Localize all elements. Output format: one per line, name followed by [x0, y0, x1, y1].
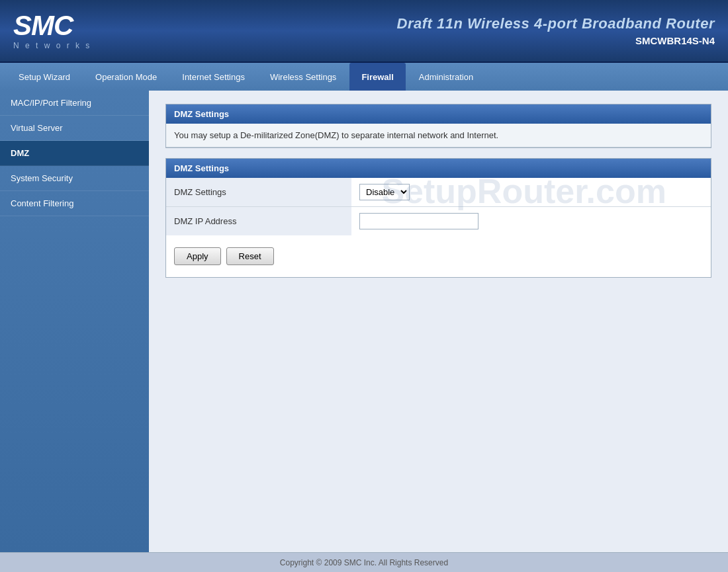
button-row: Apply Reset — [166, 235, 711, 277]
nav-wireless-settings[interactable]: Wireless Settings — [258, 63, 348, 91]
content-wrapper: SetupRouter.com DMZ Settings You may set… — [165, 104, 711, 278]
footer-text: Copyright © 2009 SMC Inc. All Rights Res… — [280, 558, 448, 567]
table-row-dmz-settings: DMZ Settings Disable Enable — [166, 178, 711, 207]
header: SMC N e t w o r k s Draft 11n Wireless 4… — [0, 0, 728, 63]
dmz-settings-control: Disable Enable — [351, 178, 711, 207]
nav-operation-mode[interactable]: Operation Mode — [83, 63, 169, 91]
dmz-settings-header: DMZ Settings — [166, 159, 711, 178]
dmz-settings-select[interactable]: Disable Enable — [359, 184, 410, 200]
content-area: SetupRouter.com DMZ Settings You may set… — [149, 91, 728, 552]
dmz-description: You may setup a De-militarized Zone(DMZ)… — [166, 124, 711, 147]
sidebar: MAC/IP/Port Filtering Virtual Server DMZ… — [0, 91, 149, 552]
header-right: Draft 11n Wireless 4-port Broadband Rout… — [397, 15, 715, 46]
nav-bar: Setup Wizard Operation Mode Internet Set… — [0, 63, 728, 91]
nav-setup-wizard[interactable]: Setup Wizard — [7, 63, 82, 91]
sidebar-item-content-filtering[interactable]: Content Filtering — [0, 191, 149, 216]
dmz-settings-panel: DMZ Settings DMZ Settings Disable Enable… — [165, 158, 711, 278]
footer: Copyright © 2009 SMC Inc. All Rights Res… — [0, 552, 728, 572]
dmz-ip-input[interactable] — [359, 213, 478, 229]
logo-area: SMC N e t w o r k s — [13, 12, 91, 50]
sidebar-item-system-security[interactable]: System Security — [0, 166, 149, 191]
reset-button[interactable]: Reset — [226, 247, 274, 265]
networks-tagline: N e t w o r k s — [13, 41, 91, 50]
dmz-ip-control — [351, 207, 711, 236]
dmz-settings-label: DMZ Settings — [166, 178, 351, 207]
nav-internet-settings[interactable]: Internet Settings — [170, 63, 257, 91]
nav-administration[interactable]: Administration — [407, 63, 485, 91]
sidebar-item-dmz[interactable]: DMZ — [0, 141, 149, 166]
sidebar-item-virtual-server[interactable]: Virtual Server — [0, 116, 149, 141]
table-row-dmz-ip: DMZ IP Address — [166, 207, 711, 236]
sidebar-item-mac-ip-port[interactable]: MAC/IP/Port Filtering — [0, 91, 149, 116]
main-layout: MAC/IP/Port Filtering Virtual Server DMZ… — [0, 91, 728, 552]
smc-logo: SMC — [13, 12, 73, 40]
header-title: Draft 11n Wireless 4-port Broadband Rout… — [397, 15, 715, 32]
apply-button[interactable]: Apply — [174, 247, 221, 265]
dmz-info-header: DMZ Settings — [166, 104, 711, 124]
dmz-form-table: DMZ Settings Disable Enable DMZ IP Addre… — [166, 178, 711, 235]
dmz-ip-label: DMZ IP Address — [166, 207, 351, 236]
dmz-info-panel: DMZ Settings You may setup a De-militari… — [165, 104, 711, 148]
header-model: SMCWBR14S-N4 — [397, 35, 715, 46]
nav-firewall[interactable]: Firewall — [349, 63, 405, 91]
